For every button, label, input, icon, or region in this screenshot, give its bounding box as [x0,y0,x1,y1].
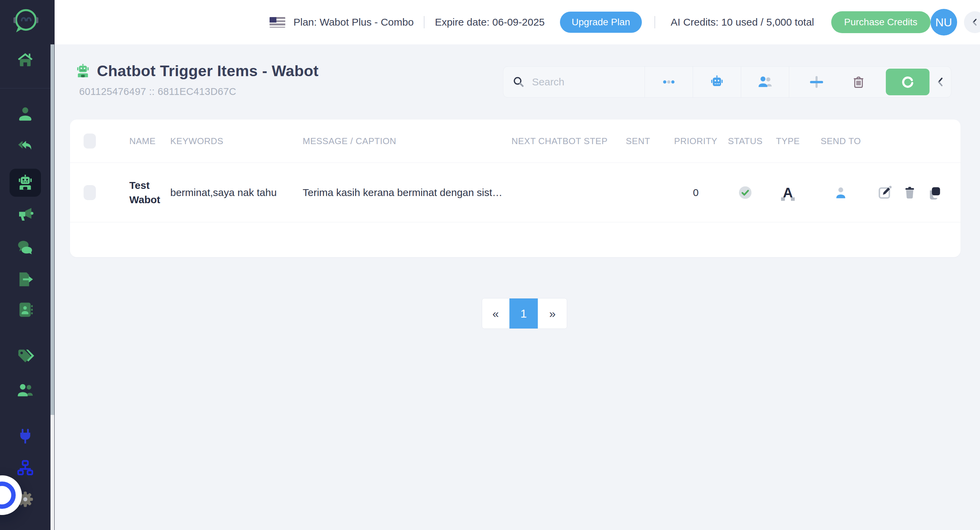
page-subtitle: 601125476497 :: 6811EC413D67C [79,86,236,97]
column-header-priority: PRIORITY [670,136,721,147]
edit-button[interactable] [877,185,893,200]
robot-icon [16,173,35,192]
tag-icon [16,347,35,366]
column-header-type: TYPE [769,136,807,147]
cell-name: Test Wabot [129,178,170,207]
page-header: Chatbot Trigger Items - Wabot [75,62,319,80]
cell-priority: 0 [670,187,721,198]
sidebar [0,0,55,530]
sidebar-scrollbar-thumb[interactable] [51,45,54,415]
robot-icon [709,74,725,90]
ellipsis-icon [661,75,676,89]
column-header-keywords: KEYWORDS [170,136,303,147]
edit-icon [877,185,893,200]
expire-date-label: Expire date: 06-09-2025 [435,16,545,28]
pagination-prev-button[interactable]: « [482,299,509,329]
column-header-message: MESSAGE / CAPTION [303,136,512,147]
us-flag-icon [270,17,285,28]
ai-credits-label: AI Credits: 10 used / 5,000 total [671,16,814,28]
users-icon [16,381,35,399]
chat-icon [16,238,35,257]
trash-icon [851,75,866,89]
cell-type: A [769,186,807,200]
table-row: Test Wabot berminat,saya nak tahu Terima… [70,163,961,222]
sidebar-item-integrations[interactable] [0,427,51,445]
topbar: Plan: Wabot Plus - Combo Expire date: 06… [55,0,980,45]
search-icon [512,75,525,88]
cell-message: Terima kasih kerana berminat dengan sist… [303,187,512,198]
sidebar-item-profile[interactable] [0,104,51,123]
plug-icon [16,427,35,445]
pagination: « 1 » [482,298,567,329]
avatar[interactable]: NU [931,9,957,35]
pagination-page-1[interactable]: 1 [509,299,538,329]
toolbar-actions-group [789,67,886,97]
copy-icon [927,185,942,200]
refresh-button[interactable] [886,69,929,95]
select-all-checkbox[interactable] [84,134,96,148]
page-title: Chatbot Trigger Items - Wabot [97,62,319,80]
column-header-send-to: SEND TO [807,136,875,147]
refresh-icon [900,74,915,90]
app-root: Plan: Wabot Plus - Combo Expire date: 06… [0,0,980,530]
sitemap-icon [16,459,35,477]
cell-send-to [807,185,875,200]
sidebar-item-chats[interactable] [0,238,51,257]
topbar-separator [424,16,425,28]
column-header-name: NAME [129,136,170,147]
chat-robot-logo-icon [10,6,41,38]
column-header-status: STATUS [721,136,769,147]
assign-users-button[interactable] [741,67,789,97]
cell-status [721,185,769,200]
sidebar-item-auto-reply[interactable] [0,137,51,155]
export-icon [16,270,35,289]
check-circle-icon [738,185,753,200]
user-icon [16,104,35,123]
sidebar-item-flows[interactable] [0,459,51,477]
plan-label: Plan: Wabot Plus - Combo [293,16,414,28]
upgrade-plan-button[interactable]: Upgrade Plan [560,11,641,33]
trigger-items-table: NAME KEYWORDS MESSAGE / CAPTION NEXT CHA… [70,120,961,257]
chevron-left-icon [970,17,980,27]
address-book-icon [16,300,35,319]
text-type-icon: A [783,186,793,200]
person-icon [833,185,849,200]
sidebar-item-export[interactable] [0,270,51,289]
collapse-topbar-button[interactable] [964,11,980,33]
megaphone-icon [16,205,35,223]
sidebar-item-team[interactable] [0,381,51,399]
sidebar-divider [0,88,51,88]
trash-icon [902,185,917,200]
collapse-toolbar-button[interactable] [929,67,951,97]
search-box [503,67,645,97]
chevron-left-icon [935,76,946,88]
cell-keywords: berminat,saya nak tahu [170,187,303,198]
row-checkbox[interactable] [84,185,96,200]
delete-items-button[interactable] [845,67,872,97]
more-options-button[interactable] [645,67,693,97]
sidebar-item-broadcast[interactable] [0,205,51,223]
purchase-credits-button[interactable]: Purchase Credits [831,11,931,33]
delete-button[interactable] [902,185,918,200]
sidebar-item-home[interactable] [0,51,51,69]
column-header-next-step: NEXT CHATBOT STEP [512,136,626,147]
home-icon [16,51,35,69]
sidebar-item-tags[interactable] [0,347,51,366]
sidebar-item-contacts[interactable] [0,300,51,319]
table-header-row: NAME KEYWORDS MESSAGE / CAPTION NEXT CHA… [70,120,961,163]
chatbot-settings-button[interactable] [693,67,741,97]
column-header-sent: SENT [626,136,670,147]
pagination-next-button[interactable]: » [538,299,567,329]
plus-icon [809,74,824,90]
robot-icon [75,62,91,80]
topbar-separator [654,16,655,28]
sidebar-item-chatbot-active[interactable] [10,169,41,197]
search-input[interactable] [531,76,618,88]
reply-icon [16,137,35,155]
add-item-button[interactable] [803,67,830,97]
copy-button[interactable] [926,185,942,200]
users-icon [757,74,773,90]
app-logo[interactable] [0,6,51,38]
cell-actions [875,185,956,200]
toolbar [503,66,951,98]
